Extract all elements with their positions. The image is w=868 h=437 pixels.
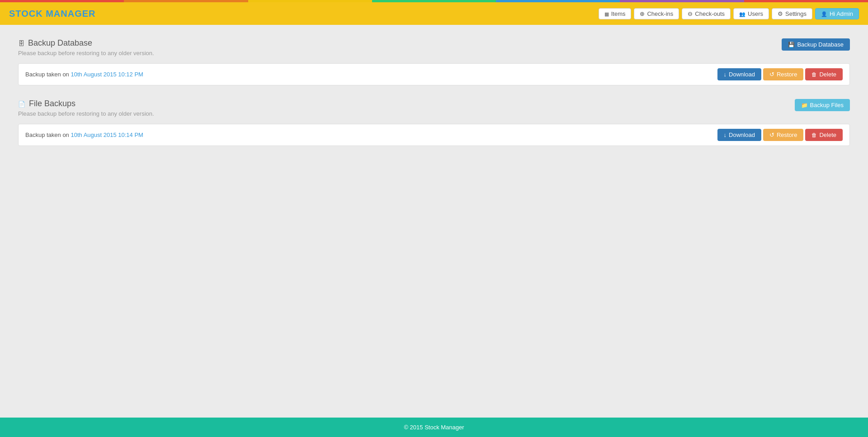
- file-backups-subtitle: Please backup before restoring to any ol…: [18, 110, 154, 117]
- users-icon: [739, 10, 745, 17]
- file-backups-row-text: Backup taken on 10th August 2015 10:14 P…: [25, 132, 143, 138]
- file-download-icon: [724, 132, 727, 138]
- backup-database-button[interactable]: Backup Database: [782, 38, 850, 51]
- file-backups-title: File Backups: [18, 99, 154, 108]
- file-backups-row: Backup taken on 10th August 2015 10:14 P…: [18, 124, 850, 146]
- file-backups-header: File Backups Please backup before restor…: [18, 99, 850, 117]
- nav-users-label: Users: [748, 10, 763, 17]
- nav-user-label: Hi Admin: [830, 10, 853, 17]
- checkin-icon: [640, 10, 645, 17]
- file-backup-delete-button[interactable]: Delete: [805, 129, 843, 141]
- file-icon: [18, 99, 25, 108]
- brand-title: STOCK MANAGER: [9, 9, 96, 19]
- backup-database-title: Backup Database: [18, 38, 154, 48]
- nav-settings-button[interactable]: Settings: [772, 8, 812, 19]
- backup-database-date-link[interactable]: 10th August 2015 10:12 PM: [71, 71, 143, 78]
- download-icon: [724, 71, 727, 78]
- backup-database-row-actions: Download Restore Delete: [717, 68, 843, 80]
- nav-checkouts-button[interactable]: Check-outs: [682, 8, 731, 19]
- footer: © 2015 Stock Manager: [0, 418, 868, 437]
- file-trash-icon: [811, 132, 817, 138]
- backup-database-delete-button[interactable]: Delete: [805, 68, 843, 80]
- trash-icon: [811, 71, 817, 78]
- backup-database-subtitle: Please backup before restoring to any ol…: [18, 50, 154, 56]
- main-content: Backup Database Please backup before res…: [0, 25, 868, 418]
- backup-database-row: Backup taken on 10th August 2015 10:12 P…: [18, 63, 850, 85]
- checkout-icon: [688, 10, 693, 17]
- nav-checkouts-label: Check-outs: [695, 10, 725, 17]
- file-backups-title-group: File Backups Please backup before restor…: [18, 99, 154, 117]
- file-backups-row-actions: Download Restore Delete: [717, 129, 843, 141]
- backup-database-download-button[interactable]: Download: [717, 68, 761, 80]
- backup-database-title-group: Backup Database Please backup before res…: [18, 38, 154, 56]
- settings-icon: [778, 10, 783, 17]
- file-backups-section: File Backups Please backup before restor…: [18, 99, 850, 146]
- nav-checkins-label: Check-ins: [647, 10, 673, 17]
- restore-icon: [769, 71, 774, 78]
- nav-items-label: Items: [611, 10, 626, 17]
- nav-users-button[interactable]: Users: [733, 8, 769, 19]
- user-icon: [821, 10, 827, 17]
- file-restore-icon: [769, 132, 774, 138]
- backup-files-icon: [801, 102, 808, 108]
- backup-database-row-text: Backup taken on 10th August 2015 10:12 P…: [25, 71, 143, 78]
- nav-buttons: Items Check-ins Check-outs Users Setting…: [599, 8, 859, 19]
- navbar: STOCK MANAGER Items Check-ins Check-outs…: [0, 2, 868, 25]
- backup-database-restore-button[interactable]: Restore: [763, 68, 804, 80]
- backup-files-button[interactable]: Backup Files: [795, 99, 850, 111]
- nav-settings-label: Settings: [785, 10, 807, 17]
- items-icon: [604, 10, 609, 17]
- nav-checkins-button[interactable]: Check-ins: [634, 8, 679, 19]
- backup-db-icon: [788, 41, 795, 48]
- footer-text: © 2015 Stock Manager: [404, 424, 464, 431]
- backup-database-header: Backup Database Please backup before res…: [18, 38, 850, 56]
- database-icon: [18, 38, 24, 48]
- file-backup-date-link[interactable]: 10th August 2015 10:14 PM: [71, 132, 143, 138]
- file-backup-download-button[interactable]: Download: [717, 129, 761, 141]
- nav-user-button[interactable]: Hi Admin: [815, 8, 859, 19]
- file-backup-restore-button[interactable]: Restore: [763, 129, 804, 141]
- nav-items-button[interactable]: Items: [599, 8, 632, 19]
- backup-database-section: Backup Database Please backup before res…: [18, 38, 850, 85]
